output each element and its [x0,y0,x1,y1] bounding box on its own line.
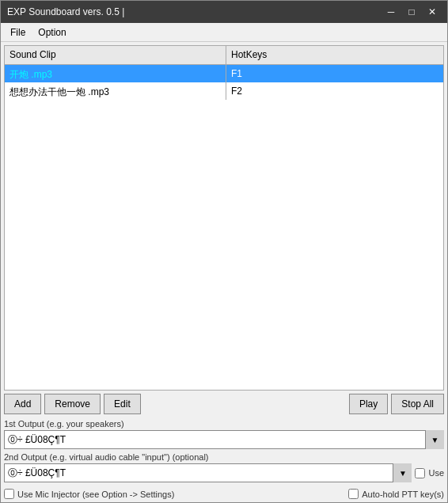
window-title: EXP Soundboard vers. 0.5 | [7,6,382,17]
cell-soundclip-1: 想想办法干他一炮 .mp3 [5,82,226,100]
cell-soundclip-0: 开炮 .mp3 [5,65,226,82]
output1-label: 1st Output (e.g. your speakers) [4,419,444,429]
cell-hotkey-1: F2 [226,82,443,100]
column-header-hotkeys: HotKeys [226,46,443,64]
use-output2-checkbox[interactable] [415,468,425,478]
action-buttons: Add Remove Edit Play Stop All [4,394,444,414]
output2-dropdown-wrapper: ⓪÷ £Ü08Ç¶T ▼ [4,463,412,482]
mic-injector-row: Use Mic Injector (see Option -> Settings… [4,489,174,499]
main-content: Sound Clip HotKeys 开炮 .mp3 F1 想想办法干他一炮 .… [1,42,447,502]
autohold-ptt-row: Auto-hold PTT key(s) [348,489,444,499]
output2-label: 2nd Output (e.g. virtual audio cable "in… [4,452,444,462]
output1-dropdown[interactable]: ⓪÷ £Ü08Ç¶T [4,430,444,449]
minimize-button[interactable]: ─ [382,4,400,20]
column-header-soundclip: Sound Clip [5,46,226,64]
close-button[interactable]: ✕ [423,4,441,20]
table-row[interactable]: 开炮 .mp3 F1 [5,65,443,82]
menu-option[interactable]: Option [32,24,72,41]
footer-row: Use Mic Injector (see Option -> Settings… [4,486,444,499]
mic-injector-checkbox[interactable] [4,489,14,499]
sound-clip-table: Sound Clip HotKeys 开炮 .mp3 F1 想想办法干他一炮 .… [4,45,444,391]
cell-hotkey-0: F1 [226,65,443,82]
restore-button[interactable]: □ [403,4,420,20]
table-body: 开炮 .mp3 F1 想想办法干他一炮 .mp3 F2 [5,65,443,390]
table-header: Sound Clip HotKeys [5,46,443,65]
stop-all-button[interactable]: Stop All [391,394,444,414]
use-output2-label: Use [428,468,444,478]
add-button[interactable]: Add [4,394,41,414]
table-row[interactable]: 想想办法干他一炮 .mp3 F2 [5,82,443,100]
output2-dropdown[interactable]: ⓪÷ £Ü08Ç¶T [4,463,412,482]
remove-button[interactable]: Remove [44,394,101,414]
output1-row: ⓪÷ £Ü08Ç¶T ▼ [4,430,444,449]
menu-bar: File Option [1,23,447,42]
edit-button[interactable]: Edit [104,394,141,414]
app-window: EXP Soundboard vers. 0.5 | ─ □ ✕ File Op… [0,0,448,503]
window-controls: ─ □ ✕ [382,4,441,20]
menu-file[interactable]: File [4,24,32,41]
title-bar: EXP Soundboard vers. 0.5 | ─ □ ✕ [1,1,447,23]
autohold-ptt-label: Auto-hold PTT key(s) [362,490,444,499]
output1-dropdown-wrapper: ⓪÷ £Ü08Ç¶T ▼ [4,430,444,449]
play-button[interactable]: Play [349,394,388,414]
mic-injector-label: Use Mic Injector (see Option -> Settings… [17,490,174,499]
autohold-ptt-checkbox[interactable] [348,489,359,499]
output2-row: ⓪÷ £Ü08Ç¶T ▼ Use [4,463,444,482]
bottom-section: Add Remove Edit Play Stop All 1st Output… [4,391,444,499]
